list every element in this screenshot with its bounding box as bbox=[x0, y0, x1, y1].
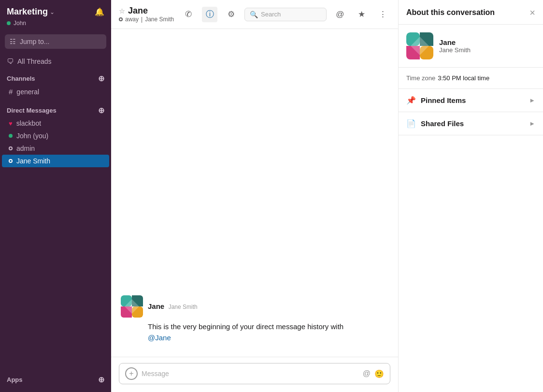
file-icon: 📄 bbox=[406, 119, 416, 128]
info-button[interactable]: ⓘ bbox=[202, 7, 217, 22]
sidebar-item-john[interactable]: John (you) bbox=[2, 130, 109, 142]
workspace-chevron-icon[interactable]: ⌄ bbox=[50, 9, 55, 15]
user-card-avatar bbox=[406, 32, 433, 59]
admin-label: admin bbox=[16, 145, 35, 152]
all-threads-label: All Threads bbox=[17, 58, 52, 65]
settings-button[interactable]: ⚙ bbox=[223, 7, 239, 22]
chat-status-label: away bbox=[125, 16, 139, 23]
user-status: John bbox=[0, 20, 111, 31]
user-card-handle: Jane Smith bbox=[439, 46, 471, 54]
slackbot-label: slackbot bbox=[16, 119, 41, 127]
more-button[interactable]: ⋮ bbox=[375, 7, 390, 22]
shared-files-title: Shared Files bbox=[421, 119, 464, 128]
shared-files-chevron-icon: ► bbox=[529, 120, 535, 127]
at-button[interactable]: @ bbox=[332, 7, 348, 22]
right-panel: About this conversation × Jane Jane Smit… bbox=[398, 0, 543, 392]
all-threads-item[interactable]: 🗨 All Threads bbox=[0, 55, 111, 68]
dm-section-header: Direct Messages ⊕ bbox=[0, 102, 111, 117]
slackbot-icon: ♥ bbox=[9, 120, 13, 127]
jane-status-dot bbox=[9, 159, 13, 163]
shared-files-section: 📄 Shared Files ► bbox=[399, 112, 543, 135]
close-right-panel-button[interactable]: × bbox=[529, 8, 535, 17]
main-chat-area: ☆ Jane away | Jane Smith ✆ ⓘ ⚙ 🔍 @ ★ ⋮ bbox=[111, 0, 398, 392]
message-sender-handle: Jane Smith bbox=[169, 304, 198, 310]
pinned-items-header-left: 📌 Pinned Items bbox=[406, 96, 466, 105]
chat-handle-label: Jane Smith bbox=[145, 16, 174, 23]
channels-section: Channels ⊕ # general bbox=[0, 68, 111, 100]
chat-title-row: ☆ Jane bbox=[119, 6, 174, 16]
chat-messages: Jane Jane Smith This is the very beginni… bbox=[111, 29, 398, 357]
sidebar-item-general[interactable]: # general bbox=[2, 85, 109, 98]
threads-icon: 🗨 bbox=[7, 58, 14, 65]
message-input-box: + @ 🙂 bbox=[119, 363, 390, 384]
bell-icon[interactable]: 🔔 bbox=[95, 7, 104, 16]
add-channel-icon[interactable]: ⊕ bbox=[98, 74, 104, 83]
pinned-items-header[interactable]: 📌 Pinned Items ► bbox=[399, 89, 543, 112]
timezone-row: Time zone 3:50 PM local time bbox=[399, 68, 543, 89]
sidebar-item-admin[interactable]: admin bbox=[2, 142, 109, 155]
pinned-items-title: Pinned Items bbox=[421, 96, 466, 104]
phone-button[interactable]: ✆ bbox=[181, 7, 196, 22]
at-message-button[interactable]: @ bbox=[363, 369, 371, 378]
message-text: This is the very beginning of your direc… bbox=[121, 321, 388, 343]
message-input[interactable] bbox=[142, 370, 359, 377]
user-card-name: Jane bbox=[439, 38, 471, 46]
add-app-icon[interactable]: ⊕ bbox=[98, 375, 104, 384]
chat-separator: | bbox=[141, 16, 143, 23]
star-icon[interactable]: ☆ bbox=[119, 7, 125, 15]
user-card-info: Jane Jane Smith bbox=[439, 38, 471, 54]
add-dm-icon[interactable]: ⊕ bbox=[98, 106, 104, 115]
apps-section-header: Apps ⊕ bbox=[0, 371, 111, 386]
dm-section: Direct Messages ⊕ ♥ slackbot John (you) … bbox=[0, 100, 111, 169]
sidebar-header: Marketing ⌄ 🔔 bbox=[0, 0, 111, 20]
shared-files-header[interactable]: 📄 Shared Files ► bbox=[399, 112, 543, 135]
timezone-label: Time zone bbox=[406, 74, 435, 82]
message-block: Jane Jane Smith This is the very beginni… bbox=[121, 295, 388, 343]
search-input[interactable] bbox=[261, 11, 321, 18]
sidebar-item-slackbot[interactable]: ♥ slackbot bbox=[2, 117, 109, 130]
online-status-dot bbox=[7, 21, 11, 25]
message-input-area: + @ 🙂 bbox=[111, 357, 398, 392]
add-attachment-button[interactable]: + bbox=[125, 367, 138, 380]
apps-label: Apps bbox=[7, 376, 23, 383]
admin-status-dot bbox=[9, 146, 13, 150]
message-avatar bbox=[121, 295, 143, 318]
jump-to-icon: ☷ bbox=[10, 38, 16, 45]
emoji-button[interactable]: 🙂 bbox=[374, 369, 384, 378]
pinned-items-chevron-icon: ► bbox=[529, 97, 535, 104]
message-text-part1: This is the very beginning of your direc… bbox=[148, 322, 343, 331]
jump-to-label: Jump to... bbox=[20, 38, 49, 45]
chat-name-label: Jane bbox=[128, 6, 148, 16]
chat-subtitle: away | Jane Smith bbox=[119, 16, 174, 23]
workspace-name: Marketing bbox=[7, 7, 48, 17]
chat-away-dot bbox=[119, 17, 123, 21]
message-sender-name: Jane bbox=[148, 302, 164, 310]
current-user-name: John bbox=[14, 20, 26, 27]
john-status-dot bbox=[9, 134, 13, 138]
timezone-value: 3:50 PM local time bbox=[438, 74, 489, 82]
chat-header-left: ☆ Jane away | Jane Smith bbox=[119, 6, 174, 23]
channels-section-header: Channels ⊕ bbox=[0, 70, 111, 85]
message-header-row: Jane Jane Smith bbox=[121, 295, 388, 318]
pin-icon: 📌 bbox=[406, 96, 416, 105]
chat-header: ☆ Jane away | Jane Smith ✆ ⓘ ⚙ 🔍 @ ★ ⋮ bbox=[111, 0, 398, 29]
jane-smith-label: Jane Smith bbox=[16, 157, 50, 165]
channel-hash-icon: # bbox=[9, 87, 13, 96]
chat-header-right: ✆ ⓘ ⚙ 🔍 @ ★ ⋮ bbox=[181, 7, 390, 22]
shared-files-header-left: 📄 Shared Files bbox=[406, 119, 464, 128]
search-icon: 🔍 bbox=[250, 11, 258, 18]
john-label: John (you) bbox=[16, 132, 48, 140]
channel-general-label: general bbox=[16, 88, 39, 96]
right-panel-title: About this conversation bbox=[406, 8, 495, 17]
channels-label: Channels bbox=[7, 75, 35, 82]
sidebar-item-jane-smith[interactable]: Jane Smith bbox=[2, 155, 109, 167]
message-mention-link[interactable]: @Jane bbox=[148, 334, 171, 342]
jump-to-button[interactable]: ☷ Jump to... bbox=[5, 34, 106, 49]
dm-label: Direct Messages bbox=[7, 107, 57, 114]
right-panel-header: About this conversation × bbox=[399, 0, 543, 25]
bookmark-button[interactable]: ★ bbox=[354, 7, 369, 22]
sidebar: Marketing ⌄ 🔔 John ☷ Jump to... 🗨 All Th… bbox=[0, 0, 111, 392]
user-card: Jane Jane Smith bbox=[399, 25, 543, 68]
search-wrapper: 🔍 bbox=[244, 8, 327, 21]
message-sender-info: Jane Jane Smith bbox=[148, 302, 198, 311]
